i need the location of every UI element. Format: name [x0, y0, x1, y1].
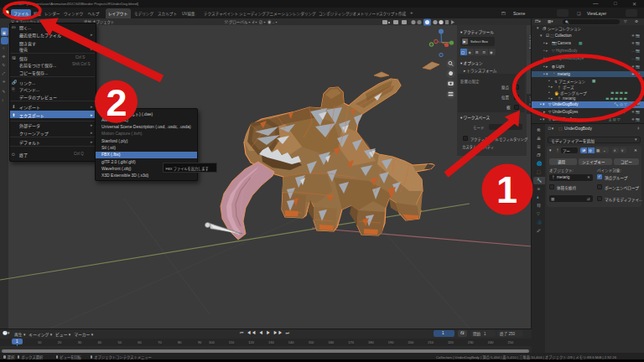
svg-text:1: 1	[496, 168, 517, 211]
svg-text:2: 2	[106, 81, 127, 124]
